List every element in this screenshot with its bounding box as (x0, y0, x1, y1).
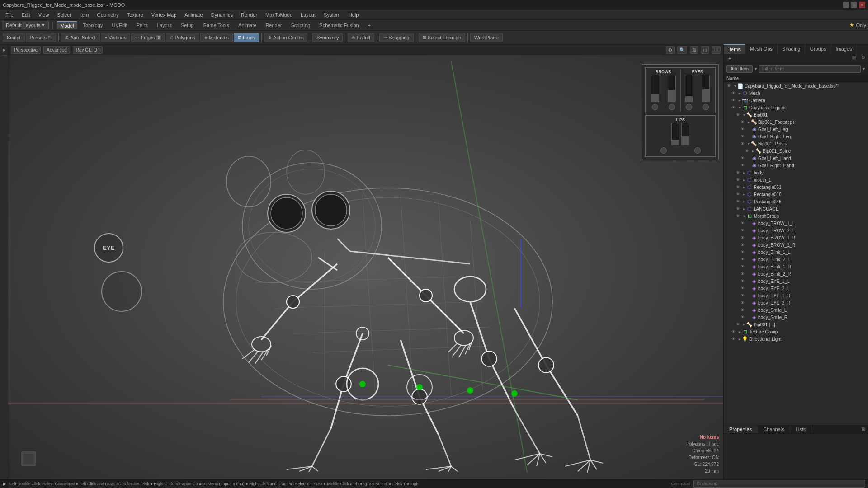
tree-item-texture-group[interactable]: 👁 ▸ ⊞ Texture Group (724, 328, 868, 335)
tree-item-footsteps[interactable]: 👁 ▸ 🦴 Bip001_Footsteps (724, 118, 868, 126)
vis-eye-camera[interactable]: 👁 (730, 97, 736, 103)
tree-item-mouth[interactable]: 👁 ▸ ⬡ mouth_1 (724, 176, 868, 183)
command-input[interactable] (693, 480, 865, 488)
tab-paint[interactable]: Paint (133, 22, 151, 29)
snapping-button[interactable]: ⊸ Snapping (379, 33, 414, 42)
tree-arrow-texture-group[interactable]: ▸ (737, 329, 742, 334)
tree-arrow-language[interactable]: ▸ (742, 206, 746, 211)
vis-eye-texture-group[interactable]: 👁 (730, 328, 736, 335)
tree-item-eye-2r[interactable]: 👁 ◈ body_EYE_2_R (724, 299, 868, 306)
falloff-button[interactable]: ◎ Falloff (348, 33, 374, 42)
tree-arrow-brow-1l[interactable] (746, 221, 751, 225)
tree-arrow-blink-2l[interactable] (746, 257, 751, 262)
vis-eye-blink-1l[interactable]: 👁 (739, 249, 745, 255)
tab-game-tools[interactable]: Game Tools (199, 22, 233, 29)
tree-item-camera[interactable]: 👁 ▸ 📷 Camera (724, 97, 868, 104)
tab-render[interactable]: Render (262, 22, 285, 29)
tree-item-root[interactable]: 👁 ▾ 📄 Capybara_Rigged_for_Modo_modo_base… (724, 82, 868, 89)
tree-arrow-rect045[interactable]: ▸ (742, 199, 746, 204)
tab-add[interactable]: + (364, 22, 374, 29)
tree-item-spine[interactable]: 👁 ▸ 🦴 Bip001_Spine (724, 147, 868, 155)
vis-eye-root[interactable]: 👁 (726, 83, 732, 89)
tree-arrow-eye-2l[interactable] (746, 286, 751, 291)
vp-icon-1[interactable]: ⚙ (666, 46, 675, 54)
menu-edit[interactable]: Edit (18, 11, 34, 19)
vis-eye-brow-2r[interactable]: 👁 (739, 242, 745, 248)
vis-eye-rect045[interactable]: 👁 (735, 198, 741, 205)
vis-eye-pelvis[interactable]: 👁 (739, 141, 745, 147)
items-button[interactable]: ⊡ Items (234, 33, 259, 42)
menu-vertex-map[interactable]: Vertex Map (148, 11, 180, 19)
viewport[interactable]: Perspective Advanced Ray GL: Off ⚙ 🔍 ⊞ ◻… (8, 44, 723, 479)
filter-icon[interactable]: ▾ (863, 66, 865, 72)
tab-schematic-fusion[interactable]: Schematic Fusion (316, 22, 362, 29)
tree-item-blink-1r[interactable]: 👁 ◈ body_Blink_1_R (724, 263, 868, 270)
tree-item-brow-1r[interactable]: 👁 ◈ body_BROW_1_R (724, 234, 868, 241)
tree-arrow-blink-1l[interactable] (746, 250, 751, 254)
menu-layout[interactable]: Layout (297, 11, 319, 19)
tree-arrow-spine[interactable]: ▸ (751, 149, 755, 153)
vp-icon-4[interactable]: ◻ (701, 46, 709, 54)
tree-arrow-capybara[interactable]: ▾ (737, 105, 742, 110)
symmetry-button[interactable]: Symmetry (312, 33, 343, 42)
tree-arrow-camera[interactable]: ▸ (737, 98, 742, 103)
tree-item-brow-1l[interactable]: 👁 ◈ body_BROW_1_L (724, 220, 868, 227)
maximize-button[interactable]: □ (851, 2, 857, 8)
vis-eye-bip001[interactable]: 👁 (735, 112, 741, 118)
menu-help[interactable]: Help (345, 11, 363, 19)
sidebar-icon-1[interactable]: ▶ (0, 46, 8, 53)
tree-item-pelvis[interactable]: 👁 ▾ 🦴 Bip001_Pelvis (724, 140, 868, 147)
vis-eye-blink-1r[interactable]: 👁 (739, 263, 745, 270)
tree-arrow-goal-lh[interactable] (746, 156, 751, 160)
perspective-button[interactable]: Perspective (11, 46, 41, 54)
tab-topology[interactable]: Topology (79, 22, 106, 29)
tree-item-smile-r[interactable]: 👁 ◈ body_Smile_R (724, 314, 868, 321)
tree-arrow-goal-ll[interactable] (746, 127, 751, 131)
rpanel-tab-items[interactable]: Items (724, 44, 745, 54)
menu-view[interactable]: View (35, 11, 53, 19)
tree-item-smile-l[interactable]: 👁 ◈ body_Smile_L (724, 306, 868, 314)
bpanel-tab-lists[interactable]: Lists (790, 425, 812, 433)
add-item-button[interactable]: Add Item (726, 65, 753, 73)
tree-arrow-eye-1l[interactable] (746, 279, 751, 283)
vis-eye-language[interactable]: 👁 (735, 206, 741, 212)
tab-uvedit[interactable]: UVEdit (108, 22, 131, 29)
tree-item-brow-2l[interactable]: 👁 ◈ body_BROW_2_L (724, 227, 868, 234)
vis-eye-goal-ll[interactable]: 👁 (739, 126, 745, 132)
minimize-button[interactable]: _ (843, 2, 849, 8)
menu-render[interactable]: Render (237, 11, 261, 19)
tree-arrow-eye-2r[interactable] (746, 300, 751, 305)
close-button[interactable]: ✕ (859, 2, 865, 8)
tree-item-rect045[interactable]: 👁 ▸ ⬡ Rectangle045 (724, 198, 868, 205)
tree-arrow-blink-2r[interactable] (746, 272, 751, 276)
default-layouts-dropdown[interactable]: Default Layouts ▾ (2, 21, 49, 29)
menu-geometry[interactable]: Geometry (93, 11, 122, 19)
edges-button[interactable]: ⋯ Edges 3 (131, 33, 165, 42)
rpanel-settings-icon[interactable]: ⚙ (859, 54, 868, 63)
rpanel-tab-images[interactable]: Images (831, 44, 857, 54)
menu-file[interactable]: File (2, 11, 17, 19)
tree-item-body[interactable]: 👁 ▸ ⬡ body (724, 169, 868, 176)
polygons-button[interactable]: ◻ Polygons (166, 33, 199, 42)
tree-item-morphgroup[interactable]: 👁 ▾ ⊞ MorphGroup (724, 212, 868, 220)
workplane-button[interactable]: WorkPlane (470, 33, 503, 42)
tree-arrow-rect018[interactable]: ▸ (742, 192, 746, 197)
vis-eye-body[interactable]: 👁 (735, 169, 741, 176)
tree-arrow-brow-1r[interactable] (746, 235, 751, 240)
sculpt-button[interactable]: Sculpt (3, 33, 25, 42)
tree-arrow-goal-rl[interactable] (746, 134, 751, 139)
vis-eye-goal-rh[interactable]: 👁 (739, 162, 745, 169)
tree-arrow-pelvis[interactable]: ▾ (746, 141, 751, 146)
vertices-button[interactable]: ● Vertices (101, 33, 131, 42)
rpanel-tab-shading[interactable]: Shading (778, 44, 805, 54)
tree-arrow-bip001[interactable]: ▾ (742, 113, 746, 117)
vp-icon-2[interactable]: 🔍 (677, 46, 687, 54)
tree-arrow-brow-2r[interactable] (746, 243, 751, 247)
bpanel-tab-channels[interactable]: Channels (758, 425, 790, 433)
vis-eye-rect018[interactable]: 👁 (735, 191, 741, 197)
tree-item-mesh[interactable]: 👁 ▸ ⬡ Mesh (724, 89, 868, 97)
tree-arrow-rect051[interactable]: ▸ (742, 185, 746, 189)
tree-arrow-smile-l[interactable] (746, 308, 751, 312)
menu-maxtomodo[interactable]: MaxToModo (262, 11, 296, 19)
materials-button[interactable]: ◈ Materials (200, 33, 233, 42)
